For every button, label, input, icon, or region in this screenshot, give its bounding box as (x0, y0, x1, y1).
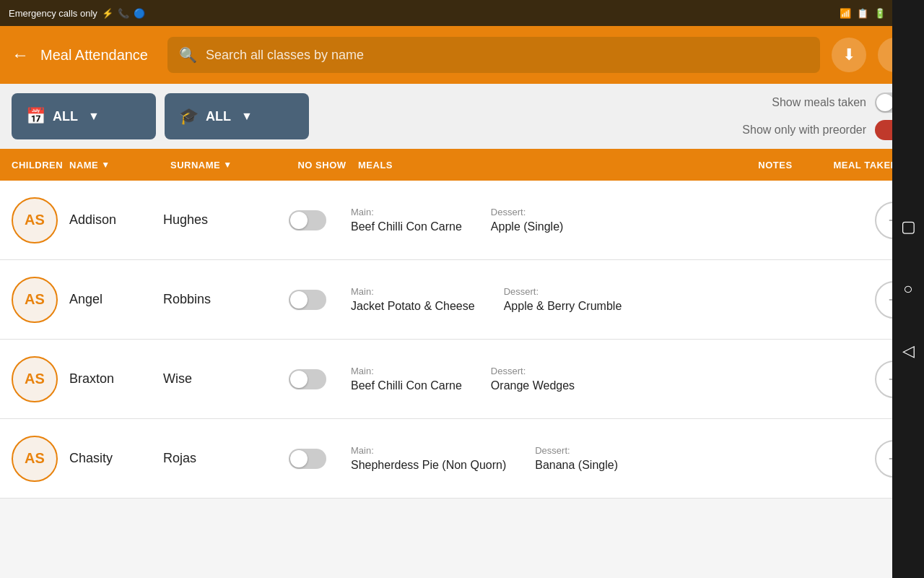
main-value: Beef Chilli Con Carne (351, 379, 462, 392)
wifi-icon: 📶 (840, 8, 851, 19)
class-filter-label: ALL (206, 109, 231, 124)
main-label: Main: (351, 366, 462, 376)
dessert-label: Dessert: (504, 286, 622, 297)
download-icon: ⬇ (842, 46, 855, 64)
show-meals-label: Show meals taken (772, 96, 866, 109)
toggle-section: Show meals taken Show only with preorder (742, 92, 912, 140)
student-meals: Main: Shepherdess Pie (Non Quorn) Desser… (344, 445, 788, 472)
date-filter-button[interactable]: 📅 ALL ▼ (12, 93, 156, 139)
dessert-value: Apple (Single) (491, 220, 564, 233)
table-row: AS Addison Hughes Main: Beef Chilli Con … (0, 181, 924, 260)
student-meals: Main: Jacket Potato & Cheese Dessert: Ap… (344, 286, 788, 313)
dessert-value: Apple & Berry Crumble (504, 300, 622, 313)
dessert-label: Dessert: (535, 445, 618, 456)
student-meals: Main: Beef Chilli Con Carne Dessert: Ora… (344, 366, 788, 392)
status-left: Emergency calls only ⚡ 📞 🔵 (9, 8, 145, 19)
app-header: ← Meal Attendance 🔍 ⬇ ℹ (0, 26, 924, 84)
table-row: AS Chasity Rojas Main: Shepherdess Pie (… (0, 419, 924, 499)
col-children: CHILDREN (12, 160, 69, 171)
dessert-label: Dessert: (491, 207, 564, 217)
student-surname: Hughes (163, 212, 271, 228)
noshow-toggle[interactable] (271, 290, 344, 310)
avatar: AS (12, 436, 58, 482)
sim-icon: 📋 (857, 8, 868, 19)
chevron-down-icon: ▼ (88, 110, 100, 123)
col-name[interactable]: NAME ▼ (69, 160, 170, 171)
graduation-icon: 🎓 (179, 107, 199, 126)
table-row: AS Angel Robbins Main: Jacket Potato & C… (0, 260, 924, 340)
col-noshow: NO SHOW (286, 160, 358, 171)
avatar: AS (12, 197, 58, 243)
student-first-name: Braxton (69, 371, 163, 387)
date-filter-label: ALL (53, 109, 78, 124)
student-meals: Main: Beef Chilli Con Carne Dessert: App… (344, 207, 788, 233)
col-meals: MEALS (358, 160, 732, 171)
android-square-icon[interactable]: ▢ (901, 217, 916, 236)
search-bar[interactable]: 🔍 (167, 37, 820, 73)
dessert-meal: Dessert: Apple (Single) (491, 207, 564, 233)
table-row: AS Braxton Wise Main: Beef Chilli Con Ca… (0, 340, 924, 419)
page-title: Meal Attendance (40, 47, 156, 64)
android-back-icon[interactable]: ◁ (902, 342, 915, 361)
main-meal: Main: Beef Chilli Con Carne (351, 366, 462, 392)
student-surname: Robbins (163, 292, 271, 307)
battery-icon: 🔋 (874, 8, 886, 19)
main-label: Main: (351, 207, 462, 217)
noshow-toggle[interactable] (271, 210, 344, 230)
main-value: Shepherdess Pie (Non Quorn) (351, 459, 506, 472)
main-meal: Main: Beef Chilli Con Carne (351, 207, 462, 233)
student-first-name: Angel (69, 292, 163, 307)
dessert-meal: Dessert: Apple & Berry Crumble (504, 286, 622, 313)
noshow-toggle[interactable] (271, 449, 344, 469)
student-first-name: Addison (69, 212, 163, 228)
table-header: CHILDREN NAME ▼ SURNAME ▼ NO SHOW MEALS … (0, 149, 924, 181)
show-preorder-row: Show only with preorder (742, 120, 912, 140)
download-button[interactable]: ⬇ (832, 38, 866, 72)
student-first-name: Chasity (69, 451, 163, 466)
chevron-down-icon-2: ▼ (241, 110, 253, 123)
main-label: Main: (351, 445, 506, 456)
dessert-value: Orange Wedges (491, 379, 575, 392)
filter-bar: 📅 ALL ▼ 🎓 ALL ▼ Show meals taken Show on… (0, 84, 924, 149)
main-label: Main: (351, 286, 475, 297)
main-meal: Main: Jacket Potato & Cheese (351, 286, 475, 313)
student-surname: Rojas (163, 451, 271, 466)
search-icon: 🔍 (179, 46, 197, 64)
col-surname[interactable]: SURNAME ▼ (170, 160, 286, 171)
android-home-icon[interactable]: ○ (903, 280, 912, 298)
main-meal: Main: Shepherdess Pie (Non Quorn) (351, 445, 506, 472)
name-sort-icon: ▼ (101, 160, 110, 170)
emergency-text: Emergency calls only (9, 8, 97, 19)
class-filter-button[interactable]: 🎓 ALL ▼ (165, 93, 309, 139)
dessert-meal: Dessert: Orange Wedges (491, 366, 575, 392)
back-button[interactable]: ← (12, 45, 29, 65)
android-nav-bar: ▢ ○ ◁ (892, 0, 924, 578)
show-preorder-label: Show only with preorder (742, 124, 866, 137)
avatar: AS (12, 277, 58, 323)
student-list: AS Addison Hughes Main: Beef Chilli Con … (0, 181, 924, 499)
noshow-toggle[interactable] (271, 369, 344, 389)
status-bar: Emergency calls only ⚡ 📞 🔵 📶 📋 🔋 18:00 (0, 0, 924, 26)
dessert-meal: Dessert: Banana (Single) (535, 445, 618, 472)
col-notes: NOTES (732, 160, 819, 171)
surname-sort-icon: ▼ (223, 160, 232, 170)
phone-icon: 📞 (118, 8, 129, 19)
dessert-value: Banana (Single) (535, 459, 618, 472)
search-input[interactable] (206, 48, 808, 63)
app-icon: 🔵 (134, 8, 145, 19)
student-surname: Wise (163, 371, 271, 387)
show-meals-row: Show meals taken (742, 92, 912, 113)
back-icon: ← (12, 45, 29, 65)
dessert-label: Dessert: (491, 366, 575, 376)
avatar: AS (12, 356, 58, 402)
calendar-icon: 📅 (26, 107, 45, 126)
signal-icon: ⚡ (102, 8, 113, 19)
main-value: Jacket Potato & Cheese (351, 300, 475, 313)
main-value: Beef Chilli Con Carne (351, 220, 462, 233)
